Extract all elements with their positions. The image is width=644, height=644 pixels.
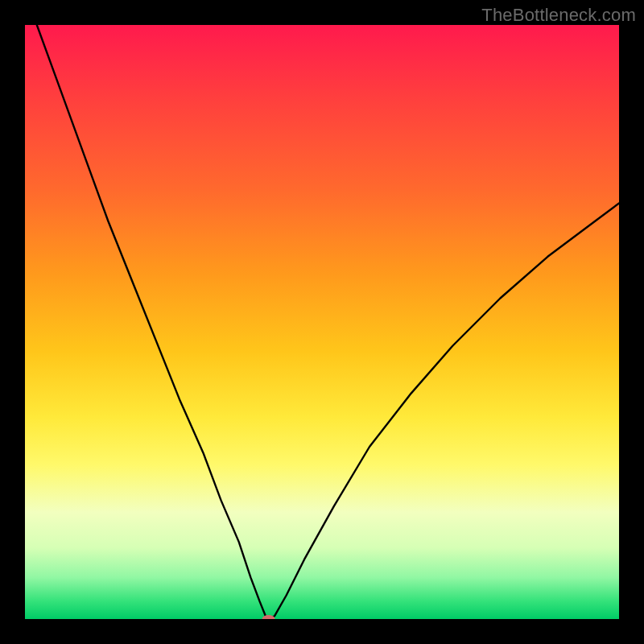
plot-area xyxy=(25,25,619,619)
min-marker xyxy=(262,615,275,619)
watermark-text: TheBottleneck.com xyxy=(481,5,636,26)
bottleneck-curve xyxy=(37,25,619,619)
curve-layer xyxy=(25,25,619,619)
chart-stage: TheBottleneck.com xyxy=(0,0,644,644)
